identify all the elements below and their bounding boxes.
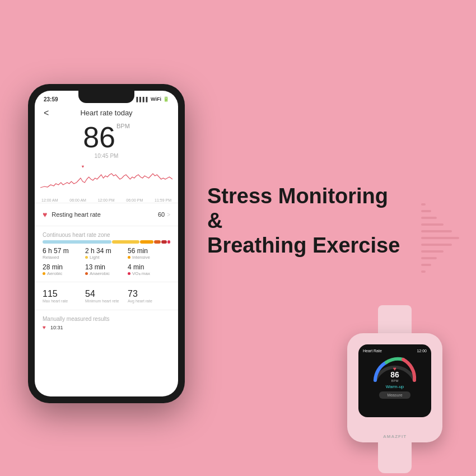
watch-mockup: Heart Rate 12:00 ♥ 86 BPM Warm-up Me bbox=[347, 333, 442, 442]
sound-wave-decoration bbox=[421, 203, 459, 273]
zone-bar-anaerobic bbox=[161, 240, 167, 244]
zone-bar-aerobic bbox=[154, 240, 161, 244]
zone-grid: 6 h 57 m Relaxed 2 h 34 m Light 56 mi bbox=[35, 247, 178, 276]
bpm-value: 86 bbox=[83, 123, 115, 152]
amazfit-brand: AMAZFIT bbox=[383, 434, 407, 439]
watch-with-straps: Heart Rate 12:00 ♥ 86 BPM Warm-up Me bbox=[347, 333, 442, 442]
zone-light-dot bbox=[85, 256, 88, 259]
zone-intensive-dot bbox=[128, 256, 130, 259]
zone-light-value: 2 h 34 m bbox=[85, 247, 128, 255]
divider-2 bbox=[35, 226, 178, 226]
zone-bar-light bbox=[112, 240, 139, 244]
chart-label-3: 06:00 PM bbox=[126, 198, 143, 202]
chart-label-1: 06:00 AM bbox=[69, 198, 86, 202]
zone-intensive: 56 min Intensive bbox=[128, 247, 170, 260]
stat-min-value: 54 bbox=[85, 289, 128, 299]
chart-svg: ♥ bbox=[40, 162, 172, 196]
divider-4 bbox=[35, 310, 178, 310]
stat-min-label: Minimum heart rete bbox=[85, 299, 128, 303]
zone-anaerobic: 13 min Anaerobic bbox=[85, 263, 128, 276]
manual-item: ♥ 10:31 bbox=[43, 324, 170, 330]
zone-bar-relaxed bbox=[43, 240, 111, 244]
stat-max-label: Max heart rate bbox=[43, 299, 85, 303]
zone-aerobic-value: 28 min bbox=[43, 263, 85, 271]
resting-heart-rate-row[interactable]: ♥ Resting heart rate 60 > bbox=[35, 207, 178, 222]
back-button[interactable]: < bbox=[44, 108, 49, 118]
manual-heart-icon: ♥ bbox=[43, 324, 46, 330]
watch-arc-svg: ♥ 86 BPM bbox=[370, 355, 420, 383]
zone-aerobic: 28 min Aerobic bbox=[43, 263, 85, 276]
chart-time-labels: 12:00 AM 06:00 AM 12:00 PM 06:00 PM 11:5… bbox=[40, 198, 172, 202]
phone-screen: 23:59 ▌▌▌▌ WiFi 🔋 < Heart rate today 86B… bbox=[35, 91, 178, 396]
headline-line1: Stress Monitoring & bbox=[207, 184, 388, 232]
battery-icon: 🔋 bbox=[163, 96, 169, 102]
heart-icon: ♥ bbox=[43, 210, 47, 219]
zone-intensive-label: Intensive bbox=[128, 255, 170, 260]
wifi-icon: WiFi bbox=[151, 96, 161, 102]
divider-3 bbox=[35, 282, 178, 282]
zone-vo2max-label: VO₂ max bbox=[128, 271, 170, 276]
divider-1 bbox=[35, 203, 178, 203]
zone-vo2max-dot bbox=[128, 272, 130, 275]
status-time: 23:59 bbox=[44, 96, 58, 102]
app-header: < Heart rate today bbox=[35, 106, 178, 120]
stat-avg-label: Avg heart rate bbox=[128, 299, 170, 303]
stat-avg: 73 Avg heart rate bbox=[128, 289, 170, 303]
chart-label-0: 12:00 AM bbox=[41, 198, 58, 202]
watch-screen-header: Heart Rate 12:00 bbox=[363, 349, 427, 353]
bpm-unit: BPM bbox=[116, 123, 130, 129]
scene: 23:59 ▌▌▌▌ WiFi 🔋 < Heart rate today 86B… bbox=[0, 0, 476, 476]
svg-text:86: 86 bbox=[390, 370, 399, 379]
zone-relaxed: 6 h 57 m Relaxed bbox=[43, 247, 85, 260]
stat-max-value: 115 bbox=[43, 289, 85, 299]
heart-rate-chart: ♥ 12:00 AM 06:00 AM 12:00 PM 06:00 PM 11… bbox=[35, 160, 178, 199]
phone-mockup: 23:59 ▌▌▌▌ WiFi 🔋 < Heart rate today 86B… bbox=[28, 84, 185, 403]
signal-icon: ▌▌▌▌ bbox=[136, 97, 149, 102]
zone-light-label: Light bbox=[85, 255, 128, 260]
phone-notch bbox=[78, 91, 134, 103]
stats-grid: 115 Max heart rate 54 Minimum heart rete… bbox=[35, 286, 178, 306]
zone-relaxed-label: Relaxed bbox=[43, 255, 85, 260]
zone-relaxed-value: 6 h 57 m bbox=[43, 247, 85, 255]
chart-label-4: 11:59 PM bbox=[155, 198, 171, 202]
chart-label-2: 12:00 PM bbox=[98, 198, 115, 202]
watch-strap-bottom bbox=[378, 441, 412, 473]
zone-section-title: Continuous heart rate zone bbox=[35, 230, 178, 240]
svg-text:♥: ♥ bbox=[82, 164, 85, 169]
bpm-display: 86BPM 10:45 PM bbox=[35, 120, 178, 160]
zone-light: 2 h 34 m Light bbox=[85, 247, 128, 260]
zone-bar-intensive bbox=[140, 240, 154, 244]
phone-body: 23:59 ▌▌▌▌ WiFi 🔋 < Heart rate today 86B… bbox=[28, 84, 185, 403]
manual-time: 10:31 bbox=[50, 325, 63, 330]
status-icons: ▌▌▌▌ WiFi 🔋 bbox=[136, 96, 169, 102]
bpm-timestamp: 10:45 PM bbox=[35, 153, 178, 159]
zone-vo2max: 4 min VO₂ max bbox=[128, 263, 170, 276]
stat-avg-value: 73 bbox=[128, 289, 170, 299]
zone-bar bbox=[35, 240, 178, 244]
zone-aerobic-label: Aerobic bbox=[43, 271, 85, 276]
resting-value: 60 bbox=[158, 211, 165, 218]
svg-text:BPM: BPM bbox=[391, 379, 398, 382]
resting-right: 60 > bbox=[158, 211, 170, 218]
watch-label: Heart Rate bbox=[363, 349, 382, 353]
zone-bar-vo2max bbox=[167, 240, 170, 244]
headline: Stress Monitoring & Breathing Exercise bbox=[207, 184, 403, 258]
watch-body: Heart Rate 12:00 ♥ 86 BPM Warm-up Me bbox=[347, 333, 442, 442]
watch-time: 12:00 bbox=[417, 349, 427, 353]
manual-section: Manually measured results ♥ 10:31 bbox=[35, 314, 178, 333]
headline-line2: Breathing Exercise bbox=[207, 234, 400, 257]
manual-title: Manually measured results bbox=[43, 316, 170, 322]
stat-min: 54 Minimum heart rete bbox=[85, 289, 128, 303]
zone-aerobic-dot bbox=[43, 272, 45, 275]
right-content: Stress Monitoring & Breathing Exercise bbox=[185, 184, 448, 258]
watch-warmup-label: Warm-up bbox=[386, 384, 404, 389]
zone-anaerobic-label: Anaerobic bbox=[85, 271, 128, 276]
stat-max: 115 Max heart rate bbox=[43, 289, 85, 303]
screen-title: Heart rate today bbox=[80, 109, 132, 117]
chevron-right-icon: > bbox=[167, 212, 170, 218]
zone-anaerobic-dot bbox=[85, 272, 88, 275]
resting-label: Resting heart rate bbox=[52, 211, 100, 218]
watch-screen: Heart Rate 12:00 ♥ 86 BPM Warm-up Me bbox=[358, 344, 431, 417]
watch-measure-button[interactable]: Measure bbox=[379, 391, 410, 399]
watch-strap-top bbox=[378, 305, 412, 334]
